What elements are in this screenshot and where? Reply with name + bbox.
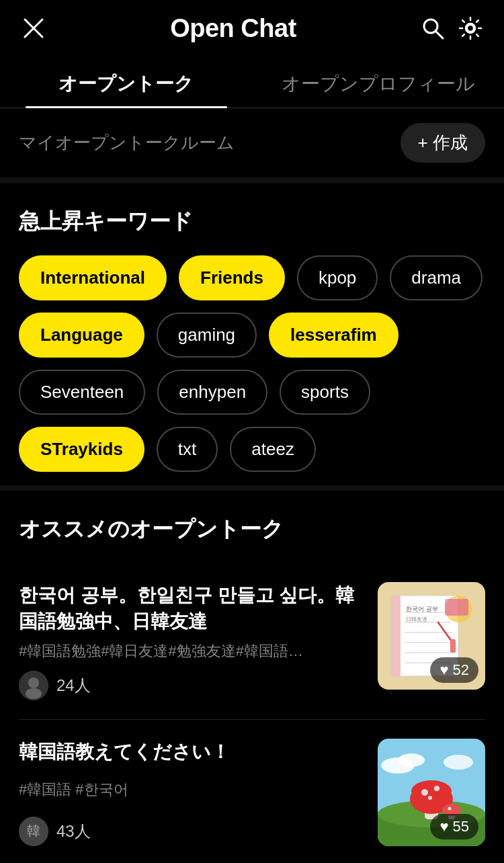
keyword-tag-seventeen[interactable]: Seventeen (19, 370, 145, 415)
my-rooms-label: マイオープントークルーム (19, 131, 235, 155)
trending-title: 急上昇キーワード (19, 207, 485, 237)
keyword-tag-friends[interactable]: Friends (179, 255, 285, 300)
svg-text:한국어 공부: 한국어 공부 (406, 606, 438, 612)
svg-rect-23 (445, 599, 468, 616)
close-button[interactable] (19, 13, 48, 43)
tab-bar: オープントーク オープンプロフィール (0, 56, 504, 108)
svg-point-37 (428, 796, 432, 800)
svg-point-35 (421, 789, 428, 796)
my-rooms-row: マイオープントークルーム + 作成 (0, 108, 504, 183)
avatar-item1 (19, 671, 48, 700)
chat-list: 한국어 공부。한일친구 만들고 싶다。韓国語勉強中、日韓友達#韓国語勉強#韓日友… (19, 563, 485, 863)
chat-title-item2: 韓国語教えてください！ (19, 739, 364, 765)
recommended-section: オススメのオープントーク 한국어 공부。한일친구 만들고 싶다。韓国語勉強中、日… (0, 485, 504, 863)
svg-point-40 (448, 807, 452, 811)
tab-open-profile[interactable]: オープンプロフィール (252, 56, 504, 108)
trending-section: 急上昇キーワード InternationalFriendskpopdramaLa… (0, 183, 504, 485)
chat-tags-item1: #韓国語勉強#韓日友達#勉強友達#韓国語… (19, 641, 364, 661)
chat-item-item2[interactable]: 韓国語教えてください！#韓国語 #한국어韓43人 (19, 720, 485, 863)
chat-title-item1: 한국어 공부。한일친구 만들고 싶다。韓国語勉強中、日韓友達 (19, 582, 364, 634)
svg-point-36 (434, 786, 439, 791)
chat-tags-item2: #韓国語 #한국어 (19, 780, 364, 800)
keyword-tag-ateez[interactable]: ateez (230, 427, 316, 472)
keyword-tag-txt[interactable]: txt (157, 427, 218, 472)
svg-point-4 (467, 25, 474, 32)
keyword-tag-kpop[interactable]: kpop (297, 255, 378, 300)
keyword-tag-enhypen[interactable]: enhypen (157, 370, 267, 415)
header-actions (418, 13, 485, 43)
avatar-item2: 韓 (19, 817, 48, 846)
svg-text:韓: 韓 (27, 823, 40, 838)
create-room-button[interactable]: + 作成 (401, 123, 485, 163)
keyword-tag-sports[interactable]: sports (280, 370, 370, 415)
svg-text:日韓友達: 日韓友達 (406, 616, 427, 622)
member-count-item2: 43人 (56, 821, 91, 842)
keyword-tag-international[interactable]: International (19, 255, 167, 300)
svg-point-7 (28, 677, 39, 688)
like-badge-item1: ♥52 (430, 657, 478, 683)
thumbnail-item1: 한국어 공부 日韓友達 ♥52 (378, 582, 485, 690)
keywords-container: InternationalFriendskpopdramaLanguagegam… (19, 255, 485, 472)
keyword-tag-lesserafim[interactable]: lesserafim (269, 313, 398, 358)
tab-open-talk[interactable]: オープントーク (0, 56, 252, 108)
svg-point-28 (398, 753, 425, 767)
thumbnail-item2: ♥55 (378, 739, 485, 846)
recommended-title: オススメのオープントーク (19, 515, 485, 544)
svg-line-3 (436, 32, 443, 38)
search-button[interactable] (418, 13, 448, 43)
page-title: Open Chat (170, 14, 296, 43)
keyword-tag-straykids[interactable]: STraykids (19, 427, 144, 472)
settings-button[interactable] (456, 13, 485, 43)
svg-rect-21 (450, 639, 456, 653)
keyword-tag-gaming[interactable]: gaming (157, 313, 257, 358)
svg-rect-11 (391, 595, 401, 676)
member-count-item1: 24人 (56, 675, 91, 696)
header: Open Chat (0, 0, 504, 56)
like-badge-item2: ♥55 (430, 814, 478, 839)
keyword-tag-language[interactable]: Language (19, 313, 144, 358)
svg-point-8 (26, 688, 42, 699)
chat-item-item1[interactable]: 한국어 공부。한일친구 만들고 싶다。韓国語勉強中、日韓友達#韓国語勉強#韓日友… (19, 563, 485, 720)
keyword-tag-drama[interactable]: drama (390, 255, 482, 300)
svg-point-29 (444, 755, 473, 770)
